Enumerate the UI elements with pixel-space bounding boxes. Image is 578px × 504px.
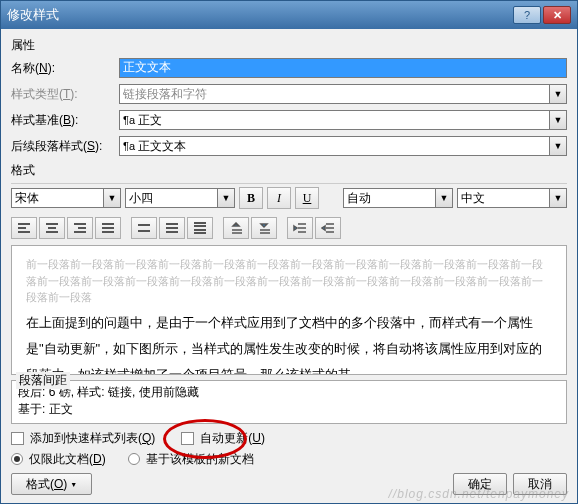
pilcrow-icon: ¶a: [123, 140, 135, 152]
close-button[interactable]: ✕: [543, 6, 571, 24]
follow-combo[interactable]: ¶a正文文本 ▼: [119, 136, 567, 156]
preview-pane: 前一段落前一段落前一段落前一段落前一段落前一段落前一段落前一段落前一段落前一段落…: [11, 245, 567, 375]
template-radio[interactable]: [128, 453, 140, 465]
space-before-inc-button[interactable]: [223, 217, 249, 239]
autoupdate-label: 自动更新(U): [200, 430, 265, 447]
description-line-1: 段后: 6 磅, 样式: 链接, 使用前隐藏: [18, 384, 560, 401]
color-dropdown-button[interactable]: ▼: [435, 188, 453, 208]
type-label: 样式类型(T):: [11, 86, 119, 103]
chevron-down-icon: ▼: [70, 481, 77, 488]
preview-ghost-text: 前一段落前一段落前一段落前一段落前一段落前一段落前一段落前一段落前一段落前一段落…: [26, 256, 552, 306]
indent-inc-button[interactable]: [287, 217, 313, 239]
line-spacing-3-button[interactable]: [187, 217, 213, 239]
format-menu-button[interactable]: 格式(O)▼: [11, 473, 92, 495]
line-spacing-2-button[interactable]: [159, 217, 185, 239]
line-spacing-1-button[interactable]: [131, 217, 157, 239]
options-row-1: 添加到快速样式列表(Q) 自动更新(U): [11, 430, 567, 447]
description-box: 段落间距 段后: 6 磅, 样式: 链接, 使用前隐藏 基于: 正文: [11, 380, 567, 424]
font-combo[interactable]: 宋体 ▼: [11, 188, 121, 208]
template-label: 基于该模板的新文档: [146, 451, 254, 468]
align-right-button[interactable]: [67, 217, 93, 239]
italic-button[interactable]: I: [267, 187, 291, 209]
font-dropdown-button[interactable]: ▼: [103, 188, 121, 208]
follow-value: ¶a正文文本: [119, 136, 549, 156]
titlebar-buttons: ? ✕: [513, 6, 571, 24]
options-row-2: 仅限此文档(D) 基于该模板的新文档: [11, 451, 567, 468]
description-line-2: 基于: 正文: [18, 401, 560, 418]
type-dropdown-button: ▼: [549, 84, 567, 104]
window-title: 修改样式: [7, 6, 59, 24]
watermark-text: //blog.csdn.net/tenpaymoney: [389, 487, 569, 501]
preview-sample-text: 在上面提到的问题中，是由于一个样式应用到了文档中的多个段落中，而样式有一个属性是…: [26, 310, 552, 376]
base-combo[interactable]: ¶a正文 ▼: [119, 110, 567, 130]
this-doc-radio[interactable]: [11, 453, 23, 465]
separator: [11, 183, 567, 184]
align-center-button[interactable]: [39, 217, 65, 239]
pilcrow-icon: ¶a: [123, 114, 135, 126]
follow-dropdown-button[interactable]: ▼: [549, 136, 567, 156]
space-before-dec-button[interactable]: [251, 217, 277, 239]
type-combo: 链接段落和字符 ▼: [119, 84, 567, 104]
autoupdate-checkbox[interactable]: [181, 432, 194, 445]
follow-label: 后续段落样式(S):: [11, 138, 119, 155]
size-value: 小四: [125, 188, 217, 208]
underline-button[interactable]: U: [295, 187, 319, 209]
this-doc-label: 仅限此文档(D): [29, 451, 106, 468]
language-combo[interactable]: 中文 ▼: [457, 188, 567, 208]
format-toolbar-2: [11, 215, 567, 245]
name-label: 名称(N):: [11, 60, 119, 77]
base-value: ¶a正文: [119, 110, 549, 130]
description-legend: 段落间距: [16, 372, 70, 389]
modify-style-dialog: 修改样式 ? ✕ 属性 名称(N): 正文文本 样式类型(T): 链接段落和字符…: [0, 0, 578, 504]
align-left-button[interactable]: [11, 217, 37, 239]
type-value: 链接段落和字符: [119, 84, 549, 104]
color-value: 自动: [343, 188, 435, 208]
font-value: 宋体: [11, 188, 103, 208]
name-input[interactable]: 正文文本: [119, 58, 567, 78]
properties-label: 属性: [11, 37, 567, 54]
base-label: 样式基准(B):: [11, 112, 119, 129]
align-justify-button[interactable]: [95, 217, 121, 239]
indent-dec-button[interactable]: [315, 217, 341, 239]
base-dropdown-button[interactable]: ▼: [549, 110, 567, 130]
language-dropdown-button[interactable]: ▼: [549, 188, 567, 208]
dialog-content: 属性 名称(N): 正文文本 样式类型(T): 链接段落和字符 ▼ 样式基准(B…: [1, 29, 577, 468]
size-combo[interactable]: 小四 ▼: [125, 188, 235, 208]
help-button[interactable]: ?: [513, 6, 541, 24]
color-combo[interactable]: 自动 ▼: [343, 188, 453, 208]
quickstyle-checkbox[interactable]: [11, 432, 24, 445]
quickstyle-label: 添加到快速样式列表(Q): [30, 430, 155, 447]
language-value: 中文: [457, 188, 549, 208]
titlebar: 修改样式 ? ✕: [1, 1, 577, 29]
bold-button[interactable]: B: [239, 187, 263, 209]
size-dropdown-button[interactable]: ▼: [217, 188, 235, 208]
format-toolbar-1: 宋体 ▼ 小四 ▼ B I U 自动 ▼ 中文 ▼: [11, 187, 567, 209]
format-label: 格式: [11, 162, 567, 179]
